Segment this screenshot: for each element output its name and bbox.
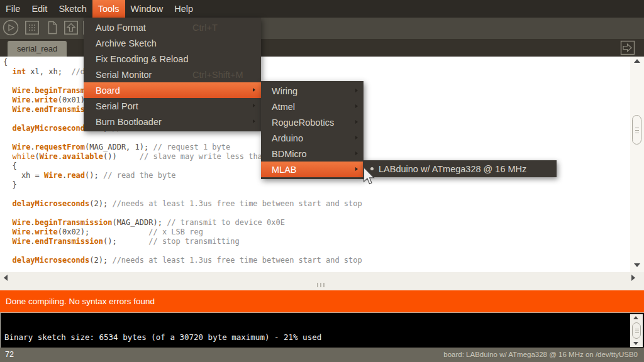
menu-item-atmel[interactable]: Atmel [261,99,364,114]
thumb-grip [635,331,639,331]
board-port-status: board: LABduino w/ ATmega328 @ 16 MHz on… [443,348,638,362]
menu-item-bdmicro[interactable]: BDMicro [261,146,364,162]
submenu-arrow-icon [355,89,358,92]
thumb-grip [635,128,639,128]
menu-item-labduino-w-atmega328-16-mhz[interactable]: LABduino w/ ATmega328 @ 16 MHz [363,160,557,177]
tab-serial-read[interactable]: serial_read [8,41,67,57]
menubar-item-file[interactable]: File [0,0,26,18]
open-sketch-button[interactable] [63,19,79,36]
code-line: delayMicroseconds(2); //needs at least 1… [3,256,362,265]
submenu-arrow-icon [355,136,358,140]
arrow-cursor-icon [363,167,377,187]
mlab-submenu: LABduino w/ ATmega328 @ 16 MHz [363,160,557,177]
menu-item-wiring[interactable]: Wiring [261,83,364,99]
play-circle-icon [3,19,19,36]
footer-bar: 72 board: LABduino w/ ATmega328 @ 16 MHz… [0,348,644,362]
menubar-item-sketch[interactable]: Sketch [53,0,92,18]
menu-item-serial-port[interactable]: Serial Port [84,98,261,114]
mouse-cursor [363,167,377,189]
line-number-indicator: 72 [5,348,14,362]
arduino-ide-window: FileEditSketchToolsWindowHelp [0,0,644,362]
stop-button[interactable] [24,19,40,36]
menu-item-mlab[interactable]: MLAB [261,162,364,177]
menu-item-label: Atmel [272,102,295,112]
status-bar: Done compiling. No syntax errors found [0,290,644,312]
menu-item-label: Serial Port [96,101,138,111]
menu-item-roguerobotics[interactable]: RogueRobotics [261,114,364,130]
console-message: Binary sketch size: 6534 bytes (of a 307… [4,332,321,342]
submenu-arrow-icon [355,167,358,171]
menu-shortcut: Ctrl+T [192,23,218,33]
scroll-left-icon[interactable] [4,275,8,281]
menubar: FileEditSketchToolsWindowHelp [0,0,644,18]
code-line: delayMicroseconds(2); //needs at least 1… [3,199,362,209]
menu-item-burn-bootloader[interactable]: Burn Bootloader [84,114,261,129]
menubar-item-window[interactable]: Window [125,0,169,18]
submenu-arrow-icon [355,151,358,155]
submenu-arrow-icon [253,119,255,123]
code-line [3,246,362,256]
scrollbar-thumb[interactable] [632,322,641,339]
menu-item-arduino[interactable]: Arduino [261,130,364,146]
menu-item-label: RogueRobotics [272,118,334,128]
new-sketch-button[interactable] [44,19,60,36]
menubar-item-edit[interactable]: Edit [26,0,53,18]
menu-item-label: Auto Format [96,23,146,33]
menubar-item-tools[interactable]: Tools [92,0,125,18]
menu-item-label: BDMicro [272,149,307,159]
menu-item-archive-sketch[interactable]: Archive Sketch [84,35,261,51]
scroll-right-icon[interactable] [631,275,635,281]
tools-menu: Auto FormatCtrl+TArchive SketchFix Encod… [84,18,261,131]
splitter-handle[interactable] [317,283,325,287]
thumb-grip [635,133,639,133]
horizontal-scrollbar[interactable] [0,272,644,290]
menu-item-label: Wiring [272,86,297,96]
menu-item-label: Serial Monitor [96,70,152,80]
scrollbar-thumb[interactable] [632,115,641,145]
board-submenu: WiringAtmelRogueRoboticsArduinoBDMicroML… [261,81,364,179]
serial-monitor-button[interactable] [620,40,635,55]
menu-item-label: MLAB [272,165,297,175]
status-message: Done compiling. No syntax errors found [6,297,155,306]
menu-item-serial-monitor[interactable]: Serial MonitorCtrl+Shift+M [84,67,261,82]
stop-grid-icon [24,19,40,36]
menu-item-label: Arduino [272,133,303,143]
console-output: Binary sketch size: 6534 bytes (of a 307… [0,312,644,348]
right-arrow-box-icon [620,40,635,55]
menu-item-label: Burn Bootloader [96,117,162,127]
menu-item-auto-format[interactable]: Auto FormatCtrl+T [84,19,261,35]
submenu-arrow-icon [355,120,358,124]
code-line [3,209,362,218]
thumb-grip [635,332,639,333]
scroll-up-icon[interactable] [633,316,638,319]
submenu-arrow-icon [253,88,255,92]
code-line: Wire.endTransmission(); // stop transmit… [3,237,362,246]
thumb-grip [635,329,639,329]
menu-item-label: Fix Encoding & Reload [96,54,189,64]
menu-item-label: Board [96,85,120,96]
code-line: Wire.beginTransmission(MAG_ADDR); // tra… [3,218,362,228]
upload-up-arrow-icon [63,19,79,36]
scroll-up-icon[interactable] [634,59,640,63]
scroll-down-icon[interactable] [633,342,638,345]
menu-item-label: Archive Sketch [96,38,157,48]
menu-shortcut: Ctrl+Shift+M [192,70,243,80]
code-line: Wire.write(0x02); // x LSB reg [3,228,362,237]
console-scrollbar[interactable] [630,314,643,347]
menubar-item-help[interactable]: Help [169,0,199,18]
menu-item-board[interactable]: Board [84,82,261,98]
new-file-icon [44,19,60,36]
submenu-arrow-icon [253,104,255,107]
menu-item-label: LABduino w/ ATmega328 @ 16 MHz [379,164,526,174]
scroll-down-icon[interactable] [634,263,640,267]
code-line: } [3,180,362,190]
menu-item-fix-encoding-reload[interactable]: Fix Encoding & Reload [84,51,261,67]
editor-vertical-scrollbar[interactable] [630,57,644,272]
thumb-grip [635,130,639,131]
code-line [3,190,362,199]
submenu-arrow-icon [355,104,358,108]
verify-button[interactable] [3,19,19,36]
